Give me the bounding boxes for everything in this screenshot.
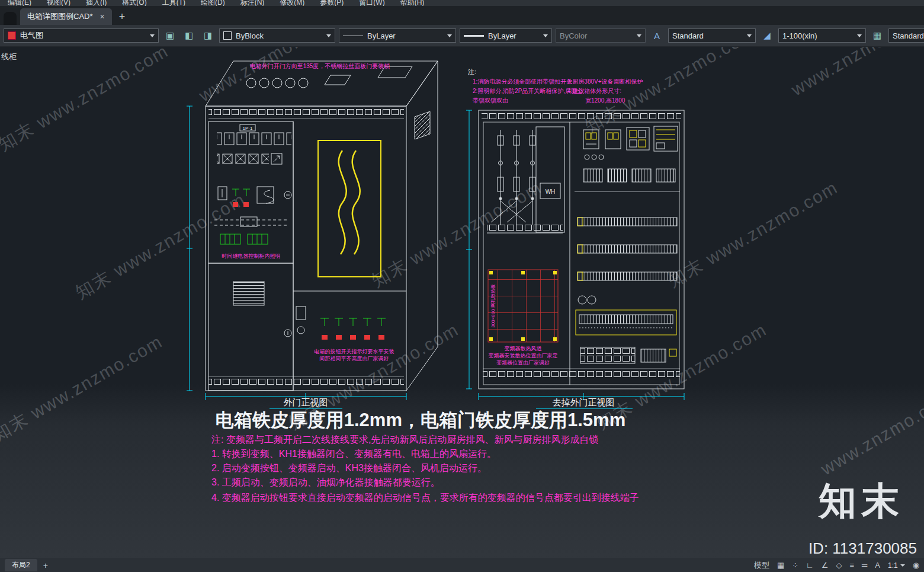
chevron-down-icon bbox=[637, 34, 641, 37]
chevron-down-icon bbox=[900, 564, 905, 567]
layer-color-swatch bbox=[8, 31, 16, 40]
lineweight-sample-icon bbox=[464, 35, 484, 37]
start-tab-stub[interactable] bbox=[4, 12, 17, 25]
menu-item-modify[interactable]: 修改(M) bbox=[272, 0, 312, 4]
file-tab-active[interactable]: 电箱详图图例CAD* × bbox=[20, 8, 112, 25]
color-combo[interactable]: ByBlock bbox=[219, 28, 335, 43]
asset-id-text: ID: 1131730085 bbox=[808, 539, 917, 558]
mesh-note-2: 变频器安装散热位置由厂家定 bbox=[489, 353, 558, 359]
menu-item-view[interactable]: 视图(V) bbox=[39, 0, 78, 4]
table-style-button[interactable]: ▦ bbox=[870, 28, 885, 43]
chevron-down-icon bbox=[857, 34, 862, 37]
new-tab-button[interactable]: + bbox=[112, 11, 133, 23]
menu-item-help[interactable]: 帮助(H) bbox=[393, 0, 432, 4]
layer-combo[interactable]: 电气图 bbox=[4, 28, 159, 43]
file-tab-label: 电箱详图图例CAD* bbox=[27, 11, 93, 22]
plot-style-combo: ByColor bbox=[556, 28, 646, 43]
chevron-down-icon bbox=[150, 34, 155, 37]
new-layout-button[interactable]: + bbox=[37, 561, 54, 570]
text-style-icon: A bbox=[654, 31, 660, 41]
docked-panel-label: 线柜 bbox=[1, 52, 17, 62]
lineweight-icon[interactable]: ═ bbox=[862, 561, 867, 570]
object-track-icon[interactable]: ≡ bbox=[849, 561, 854, 570]
annotation-scale-value: 1-100(xin) bbox=[782, 31, 817, 40]
menu-item-insert[interactable]: 插入(I) bbox=[78, 0, 114, 4]
snap-icon[interactable]: ⁘ bbox=[792, 561, 798, 570]
multileader-icon: ◢ bbox=[763, 30, 771, 41]
menu-item-window[interactable]: 窗口(W) bbox=[351, 0, 392, 4]
layout-tab[interactable]: 布局2 bbox=[5, 559, 37, 571]
wiring-note-4: 4. 变频器启动按钮要求直接启动变频器的启动信号点，要求所有的变频器的信号点都要… bbox=[211, 493, 639, 503]
wiring-note-intro: 注: 变频器与工频开启二次线接线要求,先启动新风后启动厨房排风、新风与厨房排风形… bbox=[211, 434, 598, 445]
viewport-scale-button[interactable]: 1:1 bbox=[888, 561, 905, 570]
spec-note: 宽1200,高1800 bbox=[585, 97, 625, 104]
caption-front-view: 外门正视图 bbox=[284, 397, 328, 407]
status-bar: 布局2 + 模型 ▦ ⁘ ∟ ∠ ◇ ≡ ═ A 1:1 ◉ bbox=[0, 558, 924, 572]
table-icon: ▦ bbox=[873, 30, 881, 41]
layers-icon: ▣ bbox=[166, 30, 174, 41]
mesh-side-note: 300×800 网孔散热板 bbox=[490, 284, 496, 328]
menu-item-format[interactable]: 格式(O) bbox=[114, 0, 154, 4]
menu-item-tools[interactable]: 工具(T) bbox=[155, 0, 193, 4]
chevron-down-icon bbox=[543, 34, 548, 37]
cad-drawing: 电箱外门开门方向至135度，不锈钢拉丝面板门要装锁 1P-1 时间继电器控制柜内… bbox=[0, 47, 924, 558]
file-tab-bar: 电箱详图图例CAD* × + bbox=[0, 6, 924, 25]
mesh-note-1: 变频器散热风道 bbox=[505, 346, 542, 351]
text-style-button[interactable]: A bbox=[649, 28, 665, 43]
spec-note: 2:照明部分,消防2P品开关断相保护,后面全 bbox=[473, 88, 583, 94]
color-swatch bbox=[223, 31, 232, 40]
drawing-canvas[interactable]: 线柜 知末 www.znzmo.com www.znzmo.com 知末 www… bbox=[0, 47, 924, 558]
menu-item-draw[interactable]: 绘图(D) bbox=[193, 0, 233, 4]
table-style-combo[interactable]: Standard bbox=[888, 28, 924, 43]
door-direction-note: 电箱外门开门方向至135度，不锈钢拉丝面板门要装锁 bbox=[250, 63, 390, 69]
layer-previous-button[interactable]: ◧ bbox=[181, 28, 197, 43]
layer-states-button[interactable]: ◨ bbox=[200, 28, 216, 43]
menu-item-parametric[interactable]: 参数(P) bbox=[312, 0, 351, 4]
user-icon[interactable]: ◉ bbox=[913, 561, 919, 570]
viewport-scale-value: 1:1 bbox=[888, 561, 898, 570]
close-tab-icon[interactable]: × bbox=[100, 12, 105, 21]
spec-note: 4:建议箱体外形尺寸: bbox=[567, 88, 621, 94]
wiring-note-3: 3. 工频启动、变频启动、油烟净化器接触器都要运行。 bbox=[211, 477, 440, 487]
spec-note: 1:消防电源分必须全部使用带锁扣开关 bbox=[473, 78, 572, 85]
multileader-style-button[interactable]: ◢ bbox=[759, 28, 775, 43]
cabinet-front-view bbox=[206, 61, 438, 391]
lineweight-combo[interactable]: ByLayer bbox=[460, 28, 552, 43]
menu-item-dimension[interactable]: 标注(N) bbox=[233, 0, 272, 4]
chevron-down-icon bbox=[447, 34, 452, 37]
text-style-combo[interactable]: Standard bbox=[668, 28, 756, 43]
lineweight-combo-value: ByLayer bbox=[488, 31, 516, 40]
layer-previous-icon: ◧ bbox=[185, 30, 193, 41]
menu-item-edit[interactable]: 编辑(E) bbox=[0, 0, 39, 4]
mesh-note-3: 变频器位置由厂家调好 bbox=[496, 360, 550, 366]
linetype-combo-value: ByLayer bbox=[367, 31, 396, 40]
site-logo: 知末 bbox=[819, 475, 904, 527]
text-style-value: Standard bbox=[672, 31, 704, 40]
layer-states-icon: ◨ bbox=[204, 30, 212, 41]
caption-internal-view: 去掉外门正视图 bbox=[553, 397, 615, 407]
application-window: 编辑(E) 视图(V) 插入(I) 格式(O) 工具(T) 绘图(D) 标注(N… bbox=[0, 0, 924, 572]
chevron-down-icon bbox=[747, 34, 752, 37]
object-snap-icon[interactable]: ◇ bbox=[836, 561, 842, 570]
dimension-lines-left bbox=[187, 106, 406, 408]
properties-toolbar: 电气图 ▣ ◧ ◨ ByBlock ByLayer ByLayer ByColo… bbox=[0, 25, 924, 47]
annotation-scale-icon[interactable]: A bbox=[875, 561, 880, 570]
ortho-icon[interactable]: ∟ bbox=[806, 561, 814, 570]
menu-bar: 编辑(E) 视图(V) 插入(I) 格式(O) 工具(T) 绘图(D) 标注(N… bbox=[0, 0, 924, 6]
model-space-button[interactable]: 模型 bbox=[754, 560, 769, 571]
spec-note: 3:厨房380V+设备需断相保护 bbox=[567, 78, 643, 85]
annotation-scale-combo[interactable]: 1-100(xin) bbox=[778, 28, 866, 43]
linetype-sample-icon bbox=[343, 36, 363, 36]
grid-icon[interactable]: ▦ bbox=[777, 561, 784, 570]
polar-tracking-icon[interactable]: ∠ bbox=[822, 561, 829, 570]
chevron-down-icon bbox=[326, 34, 331, 37]
status-toggles: 模型 ▦ ⁘ ∟ ∠ ◇ ≡ ═ A 1:1 ◉ bbox=[754, 560, 919, 571]
linetype-combo[interactable]: ByLayer bbox=[339, 28, 456, 43]
layer-combo-value: 电气图 bbox=[20, 30, 43, 41]
panel-note-3: 间距相同平齐高度由厂家调好 bbox=[320, 356, 389, 362]
table-style-value: Standard bbox=[893, 31, 924, 40]
panel-note-1: 时间继电器控制柜内照明 bbox=[222, 253, 281, 259]
breaker-label: 1P-1 bbox=[243, 126, 253, 131]
plot-style-value: ByColor bbox=[560, 31, 587, 40]
make-layer-current-button[interactable]: ▣ bbox=[162, 28, 178, 43]
